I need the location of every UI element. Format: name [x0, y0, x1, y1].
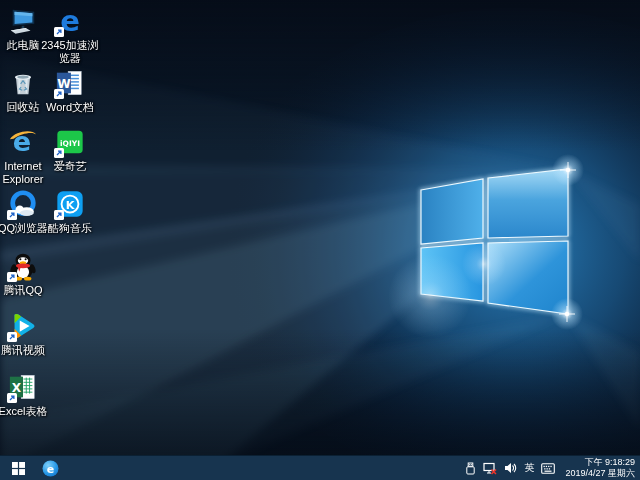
2345-browser-taskbar-icon: e — [42, 460, 59, 477]
taskbar-2345-browser-button[interactable]: e — [38, 456, 62, 480]
shortcut-arrow-icon — [7, 272, 17, 282]
iqiyi-glyph: iQIYI — [60, 139, 80, 148]
desktop-icon-kugou[interactable]: K 酷狗音乐 — [38, 189, 102, 235]
desktop-icon-label: 腾讯QQ — [3, 284, 42, 297]
recycle-bin-icon — [8, 68, 38, 98]
desktop-icon-word[interactable]: W Word文档 — [38, 68, 102, 114]
shortcut-arrow-icon — [7, 332, 17, 342]
this-pc-icon — [8, 6, 38, 36]
desktop-icon-label: Word文档 — [46, 101, 94, 114]
clock-time: 下午 9:18:29 — [565, 457, 635, 468]
kugou-music-icon: K — [55, 189, 85, 219]
volume-tray-icon[interactable] — [504, 462, 517, 474]
shortcut-arrow-icon — [54, 148, 64, 158]
qq-penguin-icon — [8, 251, 38, 281]
iqiyi-icon: iQIYI — [55, 127, 85, 157]
desktop: 此电脑 e 2345加速浏览器 回收站 — [0, 0, 640, 480]
network-disconnected-tray-icon[interactable] — [483, 462, 497, 475]
desktop-icon-label: 爱奇艺 — [54, 160, 87, 173]
kugou-k-glyph: K — [66, 199, 76, 212]
taskbar: e — [0, 455, 640, 480]
desktop-icon-iqiyi[interactable]: iQIYI 爱奇艺 — [38, 127, 102, 173]
word-icon: W — [55, 68, 85, 98]
windows-logo-icon — [12, 462, 25, 475]
tencent-video-icon — [8, 311, 38, 341]
shortcut-arrow-icon — [54, 89, 64, 99]
taskbar-clock[interactable]: 下午 9:18:29 2019/4/27 星期六 — [565, 457, 635, 479]
internet-explorer-icon: e — [8, 127, 38, 157]
shortcut-arrow-icon — [7, 393, 17, 403]
taskbar-e-glyph: e — [46, 462, 53, 475]
ime-language-indicator[interactable]: 英 — [524, 463, 534, 473]
desktop-icon-label: 酷狗音乐 — [48, 222, 92, 235]
qq-browser-icon — [8, 189, 38, 219]
desktop-icon-excel[interactable]: X Excel表格 — [0, 372, 55, 418]
shortcut-arrow-icon — [54, 210, 64, 220]
desktop-icon-tencent-qq[interactable]: 腾讯QQ — [0, 251, 55, 297]
touch-keyboard-tray-icon[interactable] — [541, 463, 555, 474]
start-button[interactable] — [6, 456, 30, 480]
2345-browser-icon: e — [55, 6, 85, 36]
desktop-icon-label: 腾讯视频 — [1, 344, 45, 357]
desktop-icon-2345-browser[interactable]: e 2345加速浏览器 — [38, 6, 102, 65]
desktop-icon-tencent-video[interactable]: 腾讯视频 — [0, 311, 55, 357]
usb-device-tray-icon[interactable] — [465, 462, 476, 475]
shortcut-arrow-icon — [54, 27, 64, 37]
desktop-icon-label: 此电脑 — [7, 39, 40, 52]
excel-icon: X — [8, 372, 38, 402]
desktop-icon-label: 回收站 — [7, 101, 40, 114]
system-tray: 英 下午 9:18:29 2019/4/27 星期六 — [465, 457, 640, 479]
desktop-icon-label: 2345加速浏览器 — [38, 39, 102, 65]
clock-date: 2019/4/27 星期六 — [565, 468, 635, 479]
shortcut-arrow-icon — [7, 210, 17, 220]
desktop-icon-label: Excel表格 — [0, 405, 47, 418]
